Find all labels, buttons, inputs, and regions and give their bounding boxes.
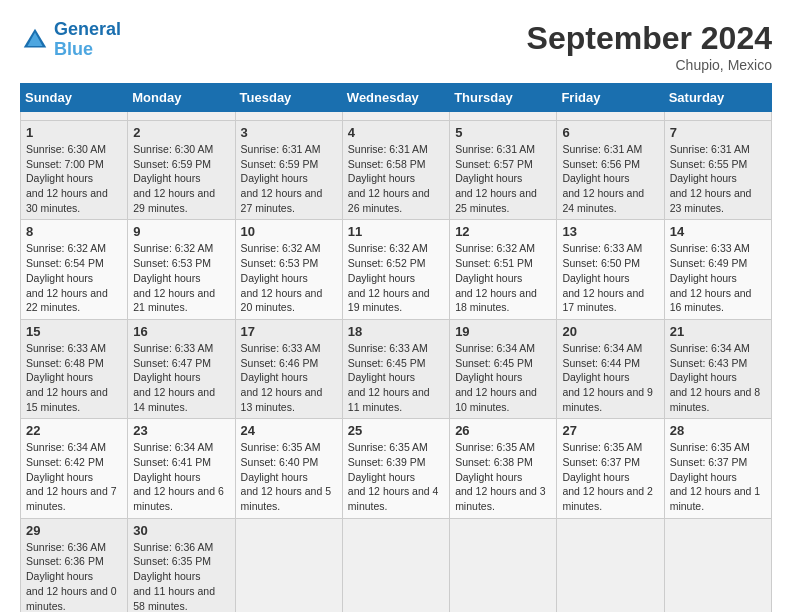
table-row: 12Sunrise: 6:32 AMSunset: 6:51 PMDayligh…	[450, 220, 557, 319]
day-info: Sunrise: 6:32 AMSunset: 6:53 PMDaylight …	[133, 241, 229, 314]
day-number: 11	[348, 224, 444, 239]
day-info: Sunrise: 6:33 AMSunset: 6:47 PMDaylight …	[133, 341, 229, 414]
day-number: 9	[133, 224, 229, 239]
day-number: 5	[455, 125, 551, 140]
day-info: Sunrise: 6:32 AMSunset: 6:51 PMDaylight …	[455, 241, 551, 314]
logo-text: General Blue	[54, 20, 121, 60]
day-info: Sunrise: 6:33 AMSunset: 6:50 PMDaylight …	[562, 241, 658, 314]
day-info: Sunrise: 6:33 AMSunset: 6:45 PMDaylight …	[348, 341, 444, 414]
day-info: Sunrise: 6:32 AMSunset: 6:54 PMDaylight …	[26, 241, 122, 314]
day-number: 13	[562, 224, 658, 239]
table-row: 20Sunrise: 6:34 AMSunset: 6:44 PMDayligh…	[557, 319, 664, 418]
table-row: 11Sunrise: 6:32 AMSunset: 6:52 PMDayligh…	[342, 220, 449, 319]
table-row	[235, 518, 342, 612]
day-info: Sunrise: 6:35 AMSunset: 6:38 PMDaylight …	[455, 440, 551, 513]
col-thursday: Thursday	[450, 84, 557, 112]
day-info: Sunrise: 6:31 AMSunset: 6:58 PMDaylight …	[348, 142, 444, 215]
day-number: 15	[26, 324, 122, 339]
day-number: 21	[670, 324, 766, 339]
calendar-week-row: 15Sunrise: 6:33 AMSunset: 6:48 PMDayligh…	[21, 319, 772, 418]
table-row: 27Sunrise: 6:35 AMSunset: 6:37 PMDayligh…	[557, 419, 664, 518]
table-row: 29Sunrise: 6:36 AMSunset: 6:36 PMDayligh…	[21, 518, 128, 612]
day-info: Sunrise: 6:31 AMSunset: 6:56 PMDaylight …	[562, 142, 658, 215]
day-info: Sunrise: 6:36 AMSunset: 6:36 PMDaylight …	[26, 540, 122, 612]
day-info: Sunrise: 6:30 AMSunset: 6:59 PMDaylight …	[133, 142, 229, 215]
table-row	[557, 112, 664, 121]
day-number: 2	[133, 125, 229, 140]
day-number: 18	[348, 324, 444, 339]
table-row: 5Sunrise: 6:31 AMSunset: 6:57 PMDaylight…	[450, 121, 557, 220]
table-row: 9Sunrise: 6:32 AMSunset: 6:53 PMDaylight…	[128, 220, 235, 319]
day-number: 26	[455, 423, 551, 438]
page-header: General Blue September 2024 Chupio, Mexi…	[20, 20, 772, 73]
table-row: 10Sunrise: 6:32 AMSunset: 6:53 PMDayligh…	[235, 220, 342, 319]
table-row: 19Sunrise: 6:34 AMSunset: 6:45 PMDayligh…	[450, 319, 557, 418]
day-number: 29	[26, 523, 122, 538]
table-row: 8Sunrise: 6:32 AMSunset: 6:54 PMDaylight…	[21, 220, 128, 319]
day-info: Sunrise: 6:35 AMSunset: 6:37 PMDaylight …	[562, 440, 658, 513]
calendar-week-row: 8Sunrise: 6:32 AMSunset: 6:54 PMDaylight…	[21, 220, 772, 319]
table-row	[450, 112, 557, 121]
col-sunday: Sunday	[21, 84, 128, 112]
table-row: 26Sunrise: 6:35 AMSunset: 6:38 PMDayligh…	[450, 419, 557, 518]
table-row: 16Sunrise: 6:33 AMSunset: 6:47 PMDayligh…	[128, 319, 235, 418]
table-row: 14Sunrise: 6:33 AMSunset: 6:49 PMDayligh…	[664, 220, 771, 319]
day-info: Sunrise: 6:34 AMSunset: 6:45 PMDaylight …	[455, 341, 551, 414]
month-title: September 2024	[527, 20, 772, 57]
logo-icon	[20, 25, 50, 55]
day-number: 16	[133, 324, 229, 339]
calendar-week-row: 1Sunrise: 6:30 AMSunset: 7:00 PMDaylight…	[21, 121, 772, 220]
day-number: 30	[133, 523, 229, 538]
table-row: 6Sunrise: 6:31 AMSunset: 6:56 PMDaylight…	[557, 121, 664, 220]
day-info: Sunrise: 6:35 AMSunset: 6:40 PMDaylight …	[241, 440, 337, 513]
day-info: Sunrise: 6:31 AMSunset: 6:59 PMDaylight …	[241, 142, 337, 215]
table-row: 23Sunrise: 6:34 AMSunset: 6:41 PMDayligh…	[128, 419, 235, 518]
table-row	[235, 112, 342, 121]
table-row	[557, 518, 664, 612]
table-row: 28Sunrise: 6:35 AMSunset: 6:37 PMDayligh…	[664, 419, 771, 518]
calendar: Sunday Monday Tuesday Wednesday Thursday…	[20, 83, 772, 612]
calendar-header-row: Sunday Monday Tuesday Wednesday Thursday…	[21, 84, 772, 112]
day-info: Sunrise: 6:33 AMSunset: 6:49 PMDaylight …	[670, 241, 766, 314]
day-number: 22	[26, 423, 122, 438]
day-number: 27	[562, 423, 658, 438]
table-row: 30Sunrise: 6:36 AMSunset: 6:35 PMDayligh…	[128, 518, 235, 612]
day-info: Sunrise: 6:34 AMSunset: 6:44 PMDaylight …	[562, 341, 658, 414]
location: Chupio, Mexico	[527, 57, 772, 73]
logo-line1: General	[54, 19, 121, 39]
col-tuesday: Tuesday	[235, 84, 342, 112]
table-row: 7Sunrise: 6:31 AMSunset: 6:55 PMDaylight…	[664, 121, 771, 220]
calendar-week-row: 29Sunrise: 6:36 AMSunset: 6:36 PMDayligh…	[21, 518, 772, 612]
table-row: 2Sunrise: 6:30 AMSunset: 6:59 PMDaylight…	[128, 121, 235, 220]
day-info: Sunrise: 6:35 AMSunset: 6:37 PMDaylight …	[670, 440, 766, 513]
day-number: 10	[241, 224, 337, 239]
logo: General Blue	[20, 20, 121, 60]
day-info: Sunrise: 6:33 AMSunset: 6:48 PMDaylight …	[26, 341, 122, 414]
logo-line2: Blue	[54, 39, 93, 59]
col-saturday: Saturday	[664, 84, 771, 112]
table-row	[342, 518, 449, 612]
calendar-week-row: 22Sunrise: 6:34 AMSunset: 6:42 PMDayligh…	[21, 419, 772, 518]
table-row	[450, 518, 557, 612]
day-number: 25	[348, 423, 444, 438]
table-row	[664, 112, 771, 121]
calendar-week-row	[21, 112, 772, 121]
day-info: Sunrise: 6:32 AMSunset: 6:52 PMDaylight …	[348, 241, 444, 314]
day-info: Sunrise: 6:34 AMSunset: 6:43 PMDaylight …	[670, 341, 766, 414]
table-row	[342, 112, 449, 121]
col-friday: Friday	[557, 84, 664, 112]
col-monday: Monday	[128, 84, 235, 112]
day-number: 28	[670, 423, 766, 438]
day-number: 23	[133, 423, 229, 438]
table-row: 18Sunrise: 6:33 AMSunset: 6:45 PMDayligh…	[342, 319, 449, 418]
table-row: 17Sunrise: 6:33 AMSunset: 6:46 PMDayligh…	[235, 319, 342, 418]
day-number: 17	[241, 324, 337, 339]
day-info: Sunrise: 6:31 AMSunset: 6:57 PMDaylight …	[455, 142, 551, 215]
day-info: Sunrise: 6:33 AMSunset: 6:46 PMDaylight …	[241, 341, 337, 414]
day-number: 20	[562, 324, 658, 339]
day-info: Sunrise: 6:34 AMSunset: 6:42 PMDaylight …	[26, 440, 122, 513]
day-info: Sunrise: 6:34 AMSunset: 6:41 PMDaylight …	[133, 440, 229, 513]
day-info: Sunrise: 6:30 AMSunset: 7:00 PMDaylight …	[26, 142, 122, 215]
col-wednesday: Wednesday	[342, 84, 449, 112]
day-number: 7	[670, 125, 766, 140]
